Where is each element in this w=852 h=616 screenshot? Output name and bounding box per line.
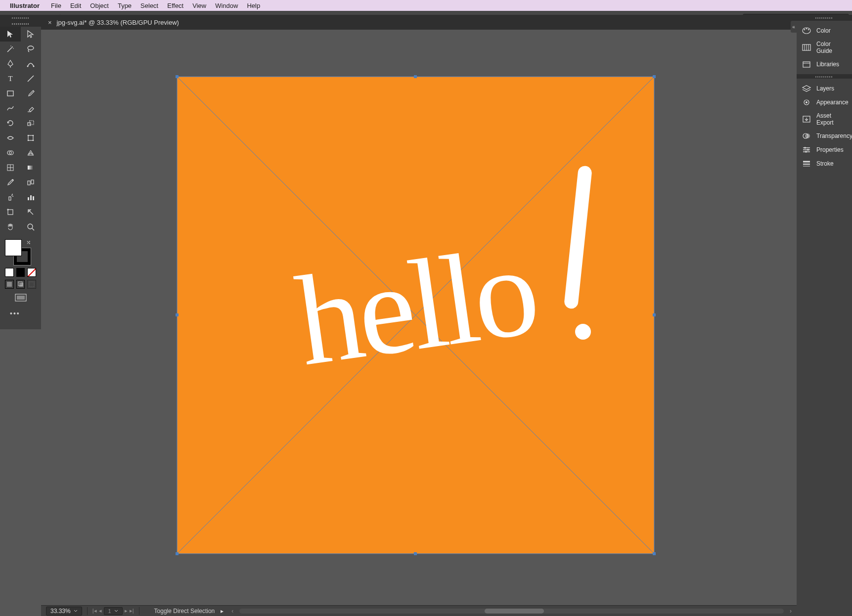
width-tool[interactable] xyxy=(0,131,21,145)
panel-stroke[interactable]: Stroke xyxy=(797,157,852,171)
color-fill-mode[interactable] xyxy=(5,268,14,277)
eyedropper-tool[interactable] xyxy=(0,175,21,190)
lasso-tool[interactable] xyxy=(21,42,42,56)
column-graph-tool[interactable] xyxy=(21,190,42,205)
panel-asset-export[interactable]: Asset Export xyxy=(797,109,852,129)
svg-rect-30 xyxy=(31,180,34,184)
menu-select[interactable]: Select xyxy=(136,2,163,9)
selection-tool[interactable] xyxy=(0,27,21,42)
svg-point-61 xyxy=(804,29,805,30)
panel-appearance[interactable]: Appearance xyxy=(797,95,852,109)
prev-artboard-icon[interactable]: ◂ xyxy=(99,608,102,614)
svg-rect-37 xyxy=(33,196,34,200)
hand-tool[interactable] xyxy=(0,220,21,234)
stroke-icon xyxy=(802,160,811,168)
svg-rect-15 xyxy=(28,123,31,126)
paintbrush-tool[interactable] xyxy=(21,86,42,101)
shape-builder-tool[interactable] xyxy=(0,145,21,160)
first-artboard-icon[interactable]: |◂ xyxy=(92,608,97,614)
menu-help[interactable]: Help xyxy=(242,2,265,9)
horizontal-scrollbar[interactable] xyxy=(239,609,784,614)
panel-color-guide[interactable]: Color Guide xyxy=(797,38,852,57)
svg-rect-56 xyxy=(414,75,417,78)
perspective-grid-tool[interactable] xyxy=(21,145,42,160)
gradient-tool[interactable] xyxy=(21,160,42,175)
horizontal-scroll-right-icon[interactable]: › xyxy=(790,608,792,615)
panel-properties[interactable]: Properties xyxy=(797,143,852,157)
menu-edit[interactable]: Edit xyxy=(66,2,86,9)
scroll-thumb[interactable] xyxy=(485,609,544,614)
draw-inside-icon[interactable] xyxy=(27,280,36,289)
svg-point-75 xyxy=(807,149,809,151)
panel-layers[interactable]: Layers xyxy=(797,82,852,95)
rectangle-tool[interactable] xyxy=(0,86,21,101)
panel-label: Asset Export xyxy=(816,112,847,126)
svg-point-76 xyxy=(805,151,807,153)
curvature-tool[interactable] xyxy=(21,56,42,71)
menu-window[interactable]: Window xyxy=(211,2,242,9)
status-bar: 33.33% |◂ ◂ 1 ▸ ▸| Toggle Direct Selecti… xyxy=(41,605,797,616)
app-name[interactable]: Illustrator xyxy=(10,2,40,9)
pen-tool[interactable] xyxy=(0,56,21,71)
artboard[interactable]: hello xyxy=(177,77,654,554)
next-artboard-icon[interactable]: ▸ xyxy=(125,608,128,614)
swap-fill-stroke-icon[interactable]: ⤭ xyxy=(26,239,31,246)
menu-view[interactable]: View xyxy=(188,2,211,9)
blend-tool[interactable] xyxy=(21,175,42,190)
draw-normal-icon[interactable] xyxy=(5,280,14,289)
document-tab[interactable]: × jpg-svg.ai* @ 33.33% (RGB/GPU Preview) xyxy=(41,15,186,30)
svg-point-62 xyxy=(806,28,807,29)
svg-rect-27 xyxy=(28,166,34,170)
last-artboard-icon[interactable]: ▸| xyxy=(130,608,134,614)
panel-label: Properties xyxy=(816,146,844,153)
draw-behind-icon[interactable] xyxy=(16,280,25,289)
panel-libraries[interactable]: Libraries xyxy=(797,57,852,71)
menu-effect[interactable]: Effect xyxy=(163,2,188,9)
horizontal-scroll-left-icon[interactable]: ‹ xyxy=(231,608,233,615)
free-transform-tool[interactable] xyxy=(21,131,42,145)
direct-selection-tool[interactable] xyxy=(21,27,42,42)
panel-grip[interactable] xyxy=(797,15,852,21)
menu-file[interactable]: File xyxy=(46,2,66,9)
fill-stroke-indicator[interactable]: ⤭ xyxy=(5,239,31,265)
none-fill-mode[interactable] xyxy=(27,268,36,277)
canvas[interactable]: hello xyxy=(41,30,797,608)
scale-tool[interactable] xyxy=(21,116,42,131)
status-hint-menu-icon[interactable]: ▸ xyxy=(221,608,224,615)
menu-object[interactable]: Object xyxy=(86,2,113,9)
zoom-tool[interactable] xyxy=(21,220,42,234)
artboard-tool[interactable] xyxy=(0,205,21,220)
svg-point-7 xyxy=(13,48,14,49)
panel-label-grip[interactable] xyxy=(0,21,41,27)
symbol-sprayer-tool[interactable] xyxy=(0,190,21,205)
edit-toolbar-button[interactable]: ••• xyxy=(5,309,36,317)
shaper-tool[interactable] xyxy=(0,101,21,116)
chevron-down-icon xyxy=(114,610,118,612)
rotate-tool[interactable] xyxy=(0,116,21,131)
type-tool[interactable]: T xyxy=(0,71,21,86)
zoom-field[interactable]: 33.33% xyxy=(46,607,82,616)
svg-rect-14 xyxy=(7,91,13,96)
close-tab-icon[interactable]: × xyxy=(48,19,52,26)
svg-point-32 xyxy=(11,195,12,196)
panel-color[interactable]: Color xyxy=(797,24,852,38)
artboard-navigator[interactable]: |◂ ◂ 1 ▸ ▸| xyxy=(92,607,134,615)
expand-panels-icon[interactable]: « xyxy=(791,21,797,33)
svg-rect-43 xyxy=(7,282,12,287)
line-segment-tool[interactable] xyxy=(21,71,42,86)
gradient-fill-mode[interactable] xyxy=(16,268,25,277)
fill-swatch[interactable] xyxy=(5,239,22,256)
artboard-number-field[interactable]: 1 xyxy=(104,607,123,615)
eraser-tool[interactable] xyxy=(21,101,42,116)
svg-point-41 xyxy=(28,224,33,229)
mesh-tool[interactable] xyxy=(0,160,21,175)
svg-point-21 xyxy=(33,140,34,141)
panel-grip[interactable] xyxy=(797,75,852,79)
slice-tool[interactable] xyxy=(21,205,42,220)
panel-transparency[interactable]: Transparency xyxy=(797,129,852,143)
menu-type[interactable]: Type xyxy=(113,2,136,9)
screen-mode-button[interactable] xyxy=(5,294,36,303)
appearance-icon xyxy=(802,98,811,106)
magic-wand-tool[interactable] xyxy=(0,42,21,56)
panel-grip[interactable] xyxy=(0,15,41,21)
